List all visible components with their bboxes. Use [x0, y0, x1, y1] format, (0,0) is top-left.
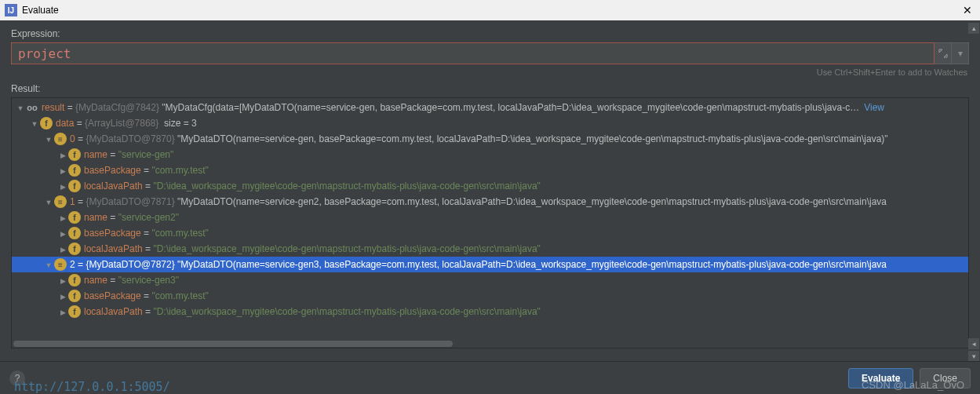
element-icon: ≡: [54, 258, 67, 271]
tree-node-result[interactable]: oo result = {MyDataCfg@7842} "MyDataCfg(…: [12, 100, 968, 115]
field-icon: f: [68, 148, 81, 161]
scroll-down-icon[interactable]: ▾: [968, 351, 979, 362]
field-icon: f: [68, 227, 81, 239]
expand-toggle[interactable]: [57, 212, 68, 223]
expand-toggle[interactable]: [57, 306, 68, 317]
expression-input[interactable]: [11, 42, 934, 64]
tree-node-field[interactable]: f basePackage = "com.my.test": [12, 288, 968, 304]
object-icon: oo: [26, 101, 38, 114]
expand-toggle[interactable]: [43, 259, 54, 270]
vertical-scrollbar[interactable]: ▴ ◂ ▾: [967, 22, 980, 363]
field-icon: f: [68, 290, 81, 302]
app-icon: IJ: [5, 4, 17, 16]
expand-toggle[interactable]: [57, 149, 68, 160]
expand-toggle[interactable]: [57, 275, 68, 286]
horizontal-scrollbar[interactable]: [12, 340, 968, 348]
tree-node-item-selected[interactable]: ≡ 2 = {MyDataDTO@7872} "MyDataDTO(name=s…: [12, 257, 968, 272]
tree-node-field[interactable]: f name = "service-gen3": [12, 272, 968, 288]
evaluate-button[interactable]: Evaluate: [848, 368, 913, 389]
tree-node-field[interactable]: f localJavaPath = "D:\idea_workspace_myg…: [12, 178, 968, 194]
field-icon: f: [68, 274, 81, 286]
expand-icon[interactable]: [934, 42, 952, 64]
element-icon: ≡: [54, 195, 67, 208]
expand-toggle[interactable]: [57, 290, 68, 301]
expand-toggle[interactable]: [43, 133, 54, 144]
result-tree: oo result = {MyDataCfg@7842} "MyDataCfg(…: [11, 97, 969, 348]
field-icon: f: [68, 305, 81, 318]
element-icon: ≡: [54, 133, 67, 145]
tree-node-field[interactable]: f localJavaPath = "D:\idea_workspace_myg…: [12, 241, 968, 257]
tree-node-item[interactable]: ≡ 1 = {MyDataDTO@7871} "MyDataDTO(name=s…: [12, 194, 968, 210]
expand-toggle[interactable]: [15, 102, 26, 113]
history-dropdown-icon[interactable]: ▾: [952, 42, 969, 64]
close-button[interactable]: Close: [920, 368, 971, 389]
expand-toggle[interactable]: [57, 228, 68, 239]
background-url-text: http://127.0.0.1:5005/: [14, 380, 170, 394]
result-label: Result:: [11, 83, 969, 94]
window-title: Evaluate: [22, 5, 960, 16]
field-icon: f: [68, 180, 81, 192]
expression-label: Expression:: [11, 28, 969, 39]
expand-toggle[interactable]: [57, 243, 68, 254]
tree-node-field[interactable]: f localJavaPath = "D:\idea_workspace_myg…: [12, 304, 968, 319]
expand-toggle[interactable]: [57, 181, 68, 192]
expand-toggle[interactable]: [29, 118, 40, 129]
hint-text: Use Ctrl+Shift+Enter to add to Watches: [11, 64, 969, 83]
scroll-up-icon[interactable]: ▴: [968, 23, 979, 34]
tree-node-field[interactable]: f name = "service-gen2": [12, 210, 968, 225]
view-link[interactable]: View: [864, 102, 884, 113]
close-icon[interactable]: ✕: [960, 4, 975, 16]
tree-node-field[interactable]: f basePackage = "com.my.test": [12, 225, 968, 241]
field-icon: f: [68, 211, 81, 224]
tree-node-field[interactable]: f basePackage = "com.my.test": [12, 162, 968, 178]
titlebar: IJ Evaluate ✕: [0, 0, 980, 20]
tree-node-data[interactable]: f data = {ArrayList@7868} size = 3: [12, 115, 968, 131]
field-icon: f: [68, 164, 81, 177]
scroll-left-icon[interactable]: ◂: [968, 338, 979, 349]
expand-toggle[interactable]: [57, 165, 68, 176]
tree-node-field[interactable]: f name = "service-gen": [12, 147, 968, 162]
field-icon: f: [40, 117, 53, 130]
tree-node-item[interactable]: ≡ 0 = {MyDataDTO@7870} "MyDataDTO(name=s…: [12, 131, 968, 147]
field-icon: f: [68, 243, 81, 255]
expand-toggle[interactable]: [43, 196, 54, 207]
